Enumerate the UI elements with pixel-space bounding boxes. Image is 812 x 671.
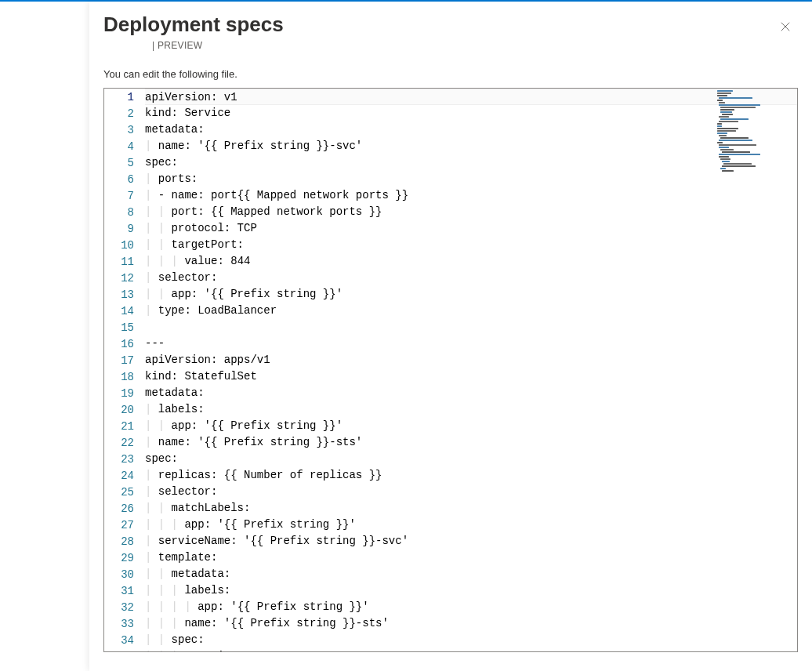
line-number: 5 — [104, 155, 145, 172]
indent-guide: | — [145, 434, 158, 451]
code-line[interactable]: | serviceName: '{{ Prefix string }}-svc' — [145, 533, 797, 549]
line-number: 21 — [104, 419, 145, 435]
code-line[interactable]: | | | value: 844 — [145, 253, 797, 270]
indent-guide: | | — [145, 632, 172, 648]
code-line[interactable] — [145, 319, 797, 336]
line-number: 17 — [104, 353, 145, 369]
code-text: metadata: — [145, 122, 205, 138]
line-number: 26 — [104, 501, 145, 517]
line-number: 31 — [104, 583, 145, 600]
code-line[interactable]: | | port: {{ Mapped network ports }} — [145, 204, 797, 220]
line-number: 23 — [104, 452, 145, 468]
indent-guide: | — [145, 303, 158, 319]
code-line[interactable]: | selector: — [145, 270, 797, 286]
line-number: 8 — [104, 205, 145, 221]
close-icon — [780, 21, 791, 32]
code-line[interactable]: metadata: — [145, 385, 797, 401]
code-line[interactable]: --- — [145, 336, 797, 352]
code-line[interactable]: kind: Service — [145, 105, 797, 122]
indent-guide: | — [145, 549, 158, 566]
indent-guide: | | — [145, 204, 172, 220]
indent-guide: | | | — [145, 648, 184, 651]
code-text: app: '{{ Prefix string }}' — [198, 599, 368, 615]
line-number-gutter: 1234567891011121314151617181920212223242… — [104, 89, 145, 651]
line-number: 22 — [104, 435, 145, 452]
code-text: spec: — [145, 154, 178, 171]
close-button[interactable] — [773, 14, 798, 39]
code-line[interactable]: | name: '{{ Prefix string }}-sts' — [145, 434, 797, 451]
code-line[interactable]: | name: '{{ Prefix string }}-svc' — [145, 138, 797, 154]
code-line[interactable]: | | | | app: '{{ Prefix string }}' — [145, 599, 797, 615]
line-number: 13 — [104, 287, 145, 303]
code-text: name: '{{ Prefix string }}-sts' — [184, 615, 388, 632]
code-line[interactable]: | | protocol: TCP — [145, 220, 797, 237]
code-content[interactable]: apiVersion: v1kind: Servicemetadata:| na… — [145, 89, 797, 651]
panel-subtitle: You can edit the following file. — [89, 51, 812, 88]
code-text: serviceName: '{{ Prefix string }}-svc' — [158, 533, 408, 549]
code-editor[interactable]: 1234567891011121314151617181920212223242… — [103, 88, 798, 652]
code-line[interactable]: | | metadata: — [145, 566, 797, 582]
code-line[interactable]: spec: — [145, 154, 797, 171]
code-line[interactable]: | | app: '{{ Prefix string }}' — [145, 286, 797, 303]
code-text: spec: — [172, 632, 205, 648]
line-number: 7 — [104, 188, 145, 205]
line-number: 18 — [104, 369, 145, 386]
line-number: 4 — [104, 139, 145, 155]
line-number: 9 — [104, 221, 145, 238]
indent-guide: | — [145, 533, 158, 549]
code-text: kind: Service — [145, 105, 230, 122]
code-line[interactable]: | - name: port{{ Mapped network ports }} — [145, 187, 797, 204]
code-text: labels: — [158, 401, 205, 418]
line-number: 35 — [104, 649, 145, 652]
indent-guide: | | | — [145, 517, 184, 533]
code-line[interactable]: | selector: — [145, 484, 797, 500]
code-line[interactable]: | | | labels: — [145, 582, 797, 599]
line-number: 33 — [104, 616, 145, 633]
code-line[interactable]: | labels: — [145, 401, 797, 418]
indent-guide: | | | | — [145, 599, 198, 615]
code-line[interactable]: spec: — [145, 451, 797, 467]
indent-guide: | — [145, 401, 158, 418]
line-number: 30 — [104, 567, 145, 583]
line-number: 16 — [104, 336, 145, 353]
panel-title: Deployment specs — [103, 13, 773, 37]
code-text: selector: — [158, 484, 218, 500]
code-line[interactable]: | | spec: — [145, 632, 797, 648]
line-number: 12 — [104, 270, 145, 287]
line-number: 3 — [104, 122, 145, 139]
code-line[interactable]: | | app: '{{ Prefix string }}' — [145, 418, 797, 434]
code-text: name: '{{ Prefix string }}-svc' — [158, 138, 362, 154]
line-number: 14 — [104, 303, 145, 320]
code-line[interactable]: | | | app: '{{ Prefix string }}' — [145, 517, 797, 533]
code-text: metadata: — [172, 566, 231, 582]
line-number: 28 — [104, 534, 145, 550]
line-number: 25 — [104, 484, 145, 501]
code-line[interactable]: kind: StatefulSet — [145, 368, 797, 385]
code-text: app: '{{ Prefix string }}' — [184, 517, 355, 533]
code-line[interactable]: apiVersion: v1 — [145, 89, 797, 105]
code-line[interactable]: apiVersion: apps/v1 — [145, 352, 797, 368]
code-line[interactable]: | | | containers: — [145, 648, 797, 651]
code-text: app: '{{ Prefix string }}' — [172, 418, 343, 434]
indent-guide: | — [145, 467, 158, 484]
code-line[interactable]: | | matchLabels: — [145, 500, 797, 517]
line-number: 15 — [104, 320, 145, 336]
line-number: 1 — [104, 89, 145, 106]
code-line[interactable]: | | targetPort: — [145, 237, 797, 253]
indent-guide: | — [145, 270, 158, 286]
code-line[interactable]: metadata: — [145, 122, 797, 138]
code-text: apiVersion: v1 — [145, 89, 237, 104]
code-text: --- — [145, 336, 165, 352]
code-text: metadata: — [145, 385, 205, 401]
line-number: 19 — [104, 386, 145, 402]
code-line[interactable]: | ports: — [145, 171, 797, 187]
line-number: 20 — [104, 402, 145, 419]
code-text: name: '{{ Prefix string }}-sts' — [158, 434, 362, 451]
code-line[interactable]: | | | name: '{{ Prefix string }}-sts' — [145, 615, 797, 632]
indent-guide: | | — [145, 220, 172, 237]
code-line[interactable]: | type: LoadBalancer — [145, 303, 797, 319]
deployment-specs-panel: Deployment specs | PREVIEW You can edit … — [89, 2, 812, 671]
code-line[interactable]: | template: — [145, 549, 797, 566]
code-line[interactable]: | replicas: {{ Number of replicas }} — [145, 467, 797, 484]
indent-guide: | — [145, 171, 158, 187]
